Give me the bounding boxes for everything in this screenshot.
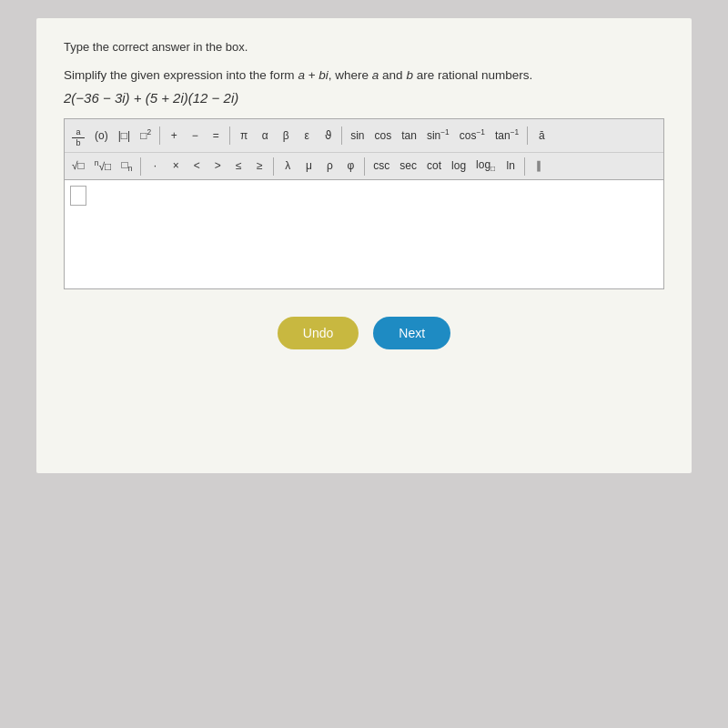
next-button[interactable]: Next bbox=[373, 317, 450, 349]
minus-btn[interactable]: − bbox=[186, 126, 204, 146]
fraction-btn[interactable]: a b bbox=[68, 122, 88, 149]
answer-area[interactable] bbox=[64, 180, 664, 289]
phi-btn[interactable]: φ bbox=[341, 157, 359, 176]
toolbar-row-2: √□ n√□ □n · × < > ≤ ≥ λ μ ρ φ csc sec co… bbox=[65, 153, 663, 179]
answer-cursor bbox=[70, 186, 86, 206]
pi-btn[interactable]: π bbox=[235, 126, 253, 146]
arcsin-btn[interactable]: sin−1 bbox=[423, 126, 453, 146]
sin-btn[interactable]: sin bbox=[347, 126, 368, 146]
equals-btn[interactable]: = bbox=[207, 126, 225, 146]
action-buttons: Undo Next bbox=[64, 317, 664, 349]
ln-btn[interactable]: ln bbox=[501, 157, 520, 176]
rho-btn[interactable]: ρ bbox=[320, 157, 339, 176]
gt-btn[interactable]: > bbox=[208, 157, 227, 176]
divider-8 bbox=[524, 157, 525, 176]
overline-btn[interactable]: ā bbox=[532, 126, 551, 146]
mu-btn[interactable]: μ bbox=[299, 157, 318, 176]
instruction-text: Type the correct answer in the box. bbox=[64, 40, 664, 54]
subscript-btn[interactable]: □n bbox=[117, 156, 136, 177]
plus-btn[interactable]: + bbox=[165, 126, 183, 146]
divider-5 bbox=[140, 157, 141, 176]
dot-btn[interactable]: · bbox=[146, 157, 164, 176]
tan-btn[interactable]: tan bbox=[398, 126, 420, 146]
math-toolbar: a b (o) |□| □2 + − = π α β ε ϑ sin cos t… bbox=[64, 118, 664, 180]
lt-btn[interactable]: < bbox=[187, 157, 206, 176]
nthroot-btn[interactable]: n√□ bbox=[91, 157, 116, 177]
sqrt-btn[interactable]: √□ bbox=[68, 157, 88, 176]
epsilon-btn[interactable]: ε bbox=[298, 126, 316, 146]
log-btn[interactable]: log bbox=[448, 157, 470, 176]
arccos-btn[interactable]: cos−1 bbox=[456, 126, 489, 146]
divider-4 bbox=[527, 126, 528, 145]
undo-button[interactable]: Undo bbox=[278, 317, 359, 349]
problem-description: Simplify the given expression into the f… bbox=[64, 66, 664, 85]
divider-3 bbox=[341, 126, 342, 145]
problem-expression: 2(−36 − 3i) + (5 + 2i)(12 − 2i) bbox=[64, 90, 664, 106]
gte-btn[interactable]: ≥ bbox=[250, 157, 268, 176]
times-btn[interactable]: × bbox=[167, 157, 185, 176]
theta-btn[interactable]: ϑ bbox=[318, 126, 337, 146]
page-container: Type the correct answer in the box. Simp… bbox=[36, 18, 692, 473]
sec-btn[interactable]: sec bbox=[396, 157, 420, 176]
parallel-btn[interactable]: ∥ bbox=[530, 157, 548, 176]
lambda-btn[interactable]: λ bbox=[278, 157, 297, 176]
arctan-btn[interactable]: tan−1 bbox=[491, 126, 522, 146]
alpha-btn[interactable]: α bbox=[256, 126, 274, 146]
divider-1 bbox=[159, 126, 160, 145]
divider-7 bbox=[364, 157, 365, 176]
lte-btn[interactable]: ≤ bbox=[229, 157, 248, 176]
toolbar-row-1: a b (o) |□| □2 + − = π α β ε ϑ sin cos t… bbox=[65, 119, 663, 153]
superscript-btn[interactable]: □2 bbox=[136, 126, 155, 146]
cos-btn[interactable]: cos bbox=[371, 126, 396, 146]
cot-btn[interactable]: cot bbox=[423, 157, 445, 176]
divider-6 bbox=[273, 157, 274, 176]
beta-btn[interactable]: β bbox=[277, 126, 295, 146]
logbase-btn[interactable]: log□ bbox=[472, 156, 499, 177]
divider-2 bbox=[229, 126, 230, 145]
csc-btn[interactable]: csc bbox=[369, 157, 393, 176]
paren-btn[interactable]: (o) bbox=[91, 126, 112, 146]
abs-btn[interactable]: |□| bbox=[115, 126, 134, 146]
